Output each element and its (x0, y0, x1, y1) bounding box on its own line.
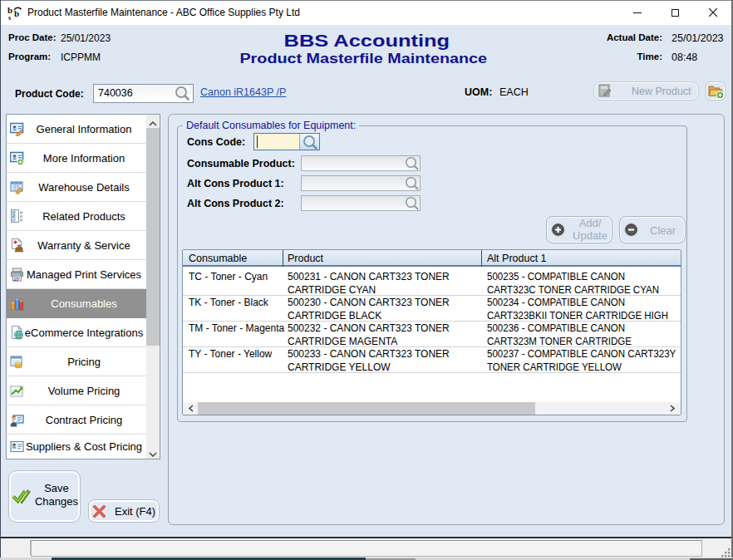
svg-text:s: s (8, 14, 11, 21)
svg-text:b: b (14, 8, 19, 18)
